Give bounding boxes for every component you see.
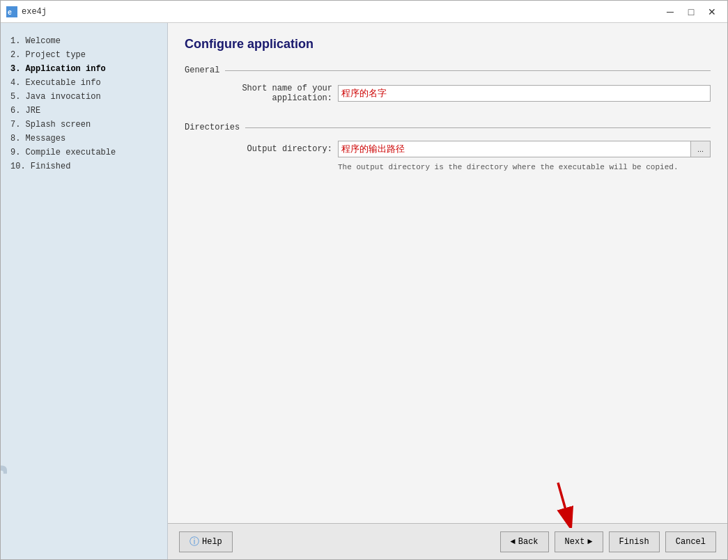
- sidebar-item-application-info[interactable]: 3. Application info: [6, 62, 162, 76]
- finish-button[interactable]: Finish: [609, 531, 660, 552]
- sidebar: 1. Welcome 2. Project type 3. Applicatio…: [1, 23, 168, 559]
- bottom-bar: ⓘ Help ◄ Back Next ► Finish Cancel: [168, 523, 727, 559]
- back-icon: ◄: [511, 537, 516, 547]
- sidebar-item-project-type[interactable]: 2. Project type: [6, 48, 162, 62]
- close-button[interactable]: ✕: [702, 3, 722, 20]
- browse-button[interactable]: ...: [691, 141, 711, 157]
- general-label: General: [185, 65, 219, 75]
- sidebar-item-welcome[interactable]: 1. Welcome: [6, 34, 162, 48]
- sidebar-item-java-invocation[interactable]: 5. Java invocation: [6, 90, 162, 104]
- directories-label: Directories: [185, 123, 240, 132]
- help-button[interactable]: ⓘ Help: [179, 531, 233, 552]
- directories-section: Directories Output directory: ... The ou…: [185, 123, 711, 171]
- cancel-button[interactable]: Cancel: [665, 531, 716, 552]
- maximize-button[interactable]: □: [681, 3, 701, 20]
- main-content: 1. Welcome 2. Project type 3. Applicatio…: [1, 23, 727, 559]
- sidebar-nav: 1. Welcome 2. Project type 3. Applicatio…: [6, 34, 162, 548]
- window-controls: ─ □ ✕: [660, 3, 722, 20]
- next-button[interactable]: Next ►: [555, 531, 603, 552]
- app-icon: e: [6, 6, 17, 17]
- output-dir-row: Output directory: ...: [185, 141, 711, 157]
- output-dir-help: The output directory is the directory wh…: [338, 163, 711, 171]
- next-icon: ►: [587, 537, 592, 547]
- output-dir-label: Output directory:: [185, 144, 338, 154]
- short-name-label: Short name of your application:: [185, 84, 338, 103]
- help-icon: ⓘ: [189, 536, 199, 548]
- sidebar-item-splash-screen[interactable]: 7. Splash screen: [6, 118, 162, 132]
- svg-text:e: e: [8, 9, 12, 17]
- sidebar-item-messages[interactable]: 8. Messages: [6, 132, 162, 146]
- general-divider: [225, 70, 711, 71]
- title-bar: e exe4j ─ □ ✕: [1, 1, 727, 23]
- main-window: e exe4j ─ □ ✕ 1. Welcome 2. Project type…: [0, 0, 728, 560]
- general-section-header: General: [185, 65, 711, 75]
- sidebar-item-finished[interactable]: 10. Finished: [6, 160, 162, 173]
- general-section: General Short name of your application:: [185, 65, 711, 109]
- back-button[interactable]: ◄ Back: [500, 531, 549, 552]
- directories-divider: [245, 127, 711, 128]
- output-dir-input-group: ...: [338, 141, 711, 157]
- window-title: exe4j: [22, 7, 660, 17]
- sidebar-item-jre[interactable]: 6. JRE: [6, 104, 162, 118]
- sidebar-item-executable-info[interactable]: 4. Executable info: [6, 76, 162, 90]
- content-area: Configure application General Short name…: [168, 23, 727, 523]
- directories-section-header: Directories: [185, 123, 711, 132]
- sidebar-item-compile-executable[interactable]: 9. Compile executable: [6, 146, 162, 160]
- content-wrapper: Configure application General Short name…: [168, 23, 727, 559]
- page-title: Configure application: [185, 37, 711, 52]
- output-dir-input[interactable]: [338, 141, 691, 157]
- short-name-input[interactable]: [338, 85, 711, 102]
- minimize-button[interactable]: ─: [660, 3, 680, 20]
- short-name-row: Short name of your application:: [185, 84, 711, 103]
